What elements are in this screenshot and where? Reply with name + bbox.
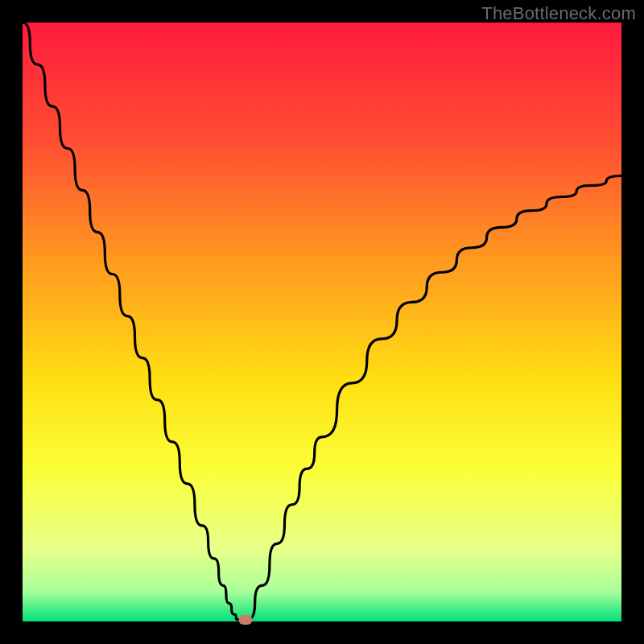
bottleneck-chart [23, 23, 621, 621]
chart-frame [23, 23, 621, 621]
optimum-marker [238, 615, 252, 625]
watermark-text: TheBottleneck.com [481, 3, 636, 24]
gradient-background [23, 23, 621, 621]
